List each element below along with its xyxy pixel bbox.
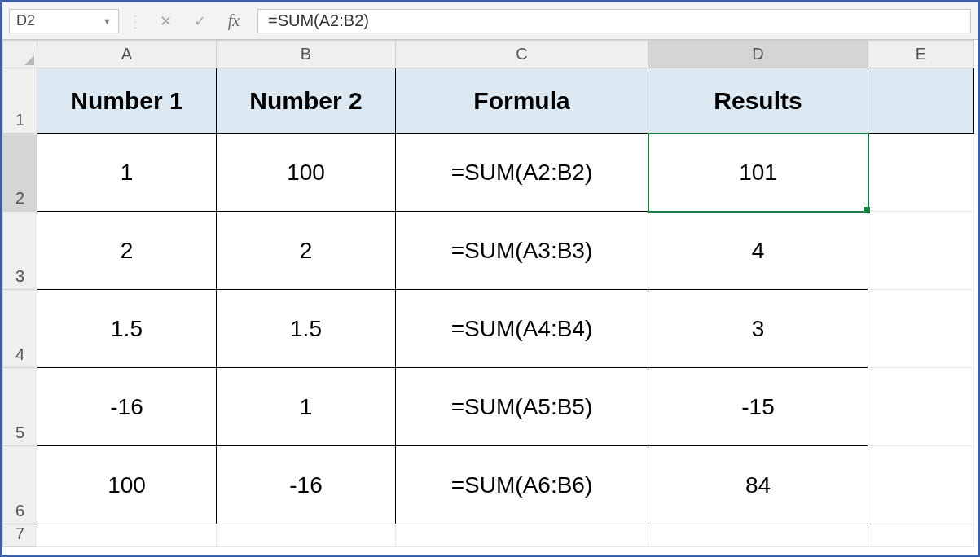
cell-B7[interactable]: [217, 524, 396, 547]
spreadsheet-grid: A B C D E 1 Number 1 Number 2 Formula Re…: [2, 40, 978, 547]
cell-D6[interactable]: 84: [648, 446, 868, 524]
cell-B6[interactable]: -16: [217, 446, 396, 524]
row-header-7[interactable]: 7: [3, 524, 37, 547]
cell-A6[interactable]: 100: [37, 446, 217, 524]
col-header-D[interactable]: D: [648, 41, 868, 68]
cell-D3[interactable]: 4: [648, 212, 868, 290]
grid-table: A B C D E 1 Number 1 Number 2 Formula Re…: [2, 40, 974, 547]
cell-A7[interactable]: [37, 524, 217, 547]
select-all-corner[interactable]: [3, 41, 37, 68]
cell-E3[interactable]: [868, 212, 974, 290]
cell-A2[interactable]: 1: [37, 134, 217, 212]
cell-C1[interactable]: Formula: [396, 68, 648, 134]
cell-E2[interactable]: [868, 134, 974, 212]
cell-B3[interactable]: 2: [217, 212, 396, 290]
insert-function-button[interactable]: fx: [220, 9, 248, 33]
cell-C5[interactable]: =SUM(A5:B5): [396, 368, 648, 446]
cell-C6[interactable]: =SUM(A6:B6): [396, 446, 648, 524]
cell-D2[interactable]: 101: [648, 134, 868, 212]
cell-A1[interactable]: Number 1: [37, 68, 217, 134]
cell-A5[interactable]: -16: [37, 368, 217, 446]
row-header-1[interactable]: 1: [3, 68, 37, 134]
cell-D4[interactable]: 3: [648, 290, 868, 368]
name-box[interactable]: D2 ▼: [9, 9, 119, 33]
name-box-value: D2: [16, 12, 35, 29]
row-header-6[interactable]: 6: [3, 446, 37, 524]
cell-C3[interactable]: =SUM(A3:B3): [396, 212, 648, 290]
cell-C4[interactable]: =SUM(A4:B4): [396, 290, 648, 368]
cell-E6[interactable]: [868, 446, 974, 524]
formula-bar: D2 ▼ ⋮ ✕ ✓ fx =SUM(A2:B2): [2, 2, 978, 40]
divider: ⋮: [125, 11, 145, 31]
cell-B2[interactable]: 100: [217, 134, 396, 212]
row-header-5[interactable]: 5: [3, 368, 37, 446]
formula-input[interactable]: =SUM(A2:B2): [257, 9, 971, 33]
enter-button[interactable]: ✓: [186, 9, 213, 33]
cancel-icon: ✕: [160, 12, 172, 30]
cell-D1[interactable]: Results: [648, 68, 868, 134]
cell-B5[interactable]: 1: [217, 368, 396, 446]
cell-D5[interactable]: -15: [648, 368, 868, 446]
cancel-button[interactable]: ✕: [152, 9, 179, 33]
fx-icon: fx: [228, 11, 240, 30]
check-icon: ✓: [194, 12, 206, 30]
cell-A3[interactable]: 2: [37, 212, 217, 290]
cell-C7[interactable]: [396, 524, 648, 547]
formula-text: =SUM(A2:B2): [268, 11, 369, 30]
cell-E7[interactable]: [868, 524, 974, 547]
cell-A4[interactable]: 1.5: [37, 290, 217, 368]
cell-E5[interactable]: [868, 368, 974, 446]
col-header-E[interactable]: E: [868, 41, 974, 68]
col-header-C[interactable]: C: [396, 41, 648, 68]
row-header-4[interactable]: 4: [3, 290, 37, 368]
row-header-2[interactable]: 2: [3, 134, 37, 212]
col-header-A[interactable]: A: [37, 41, 217, 68]
cell-E4[interactable]: [868, 290, 974, 368]
cell-D7[interactable]: [648, 524, 868, 547]
cell-C2[interactable]: =SUM(A2:B2): [396, 134, 648, 212]
col-header-B[interactable]: B: [217, 41, 396, 68]
row-header-3[interactable]: 3: [3, 212, 37, 290]
chevron-down-icon[interactable]: ▼: [103, 16, 112, 26]
cell-B1[interactable]: Number 2: [217, 68, 396, 134]
cell-B4[interactable]: 1.5: [217, 290, 396, 368]
cell-E1[interactable]: [868, 68, 974, 134]
